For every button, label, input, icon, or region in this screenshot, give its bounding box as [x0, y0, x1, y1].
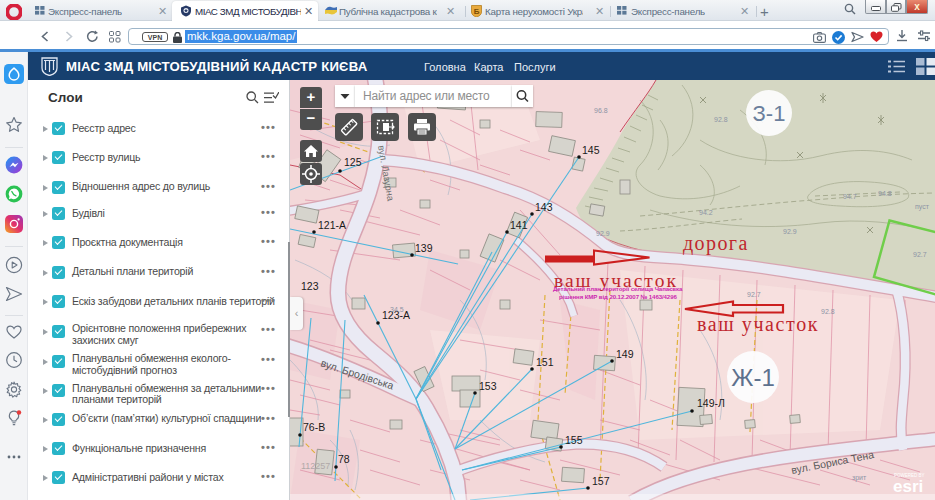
svg-text:121-А: 121-А [318, 219, 346, 231]
svg-text:рішення КМР від 20.12.2007 № 1: рішення КМР від 20.12.2007 № 1463/4296 [559, 293, 677, 300]
svg-text:пуст: пуст [915, 203, 930, 211]
svg-text:дорога: дорога [683, 232, 749, 255]
svg-text:78: 78 [338, 453, 350, 465]
svg-text:123: 123 [301, 280, 319, 292]
svg-text:143: 143 [535, 201, 553, 213]
svg-text:Детальний план території селищ: Детальний план території селища Чапаєвка [553, 285, 683, 292]
svg-text:155: 155 [565, 434, 583, 446]
svg-text:149-Л: 149-Л [697, 397, 725, 409]
svg-text:esri: esri [893, 477, 923, 496]
svg-text:зрит: зрит [852, 474, 867, 482]
svg-text:94.8: 94.8 [878, 190, 892, 197]
svg-text:145: 145 [582, 144, 600, 156]
svg-text:34.5: 34.5 [390, 306, 404, 313]
svg-text:76-В: 76-В [303, 421, 325, 433]
svg-text:92.7: 92.7 [747, 291, 761, 298]
svg-text:92.8: 92.8 [714, 116, 728, 123]
svg-text:94.7: 94.7 [843, 193, 857, 200]
svg-text:141: 141 [510, 219, 528, 231]
svg-text:125: 125 [344, 156, 362, 168]
svg-text:92.9: 92.9 [783, 228, 797, 235]
svg-text:112257: 112257 [301, 461, 330, 471]
svg-text:96.8: 96.8 [594, 107, 608, 114]
svg-text:149: 149 [616, 348, 634, 360]
svg-text:ваш участок: ваш участок [697, 313, 819, 336]
svg-text:З-1: З-1 [753, 101, 786, 126]
svg-text:151: 151 [536, 356, 554, 368]
svg-text:Б: Б [474, 7, 480, 16]
svg-text:92.7: 92.7 [913, 251, 927, 258]
svg-text:92.9: 92.9 [596, 230, 610, 237]
svg-text:153: 153 [479, 380, 497, 392]
svg-text:92.8: 92.8 [821, 308, 835, 315]
svg-text:157: 157 [592, 475, 610, 487]
svg-text:Ж-1: Ж-1 [731, 364, 775, 391]
svg-text:94.2: 94.2 [699, 209, 713, 216]
svg-text:139: 139 [415, 242, 433, 254]
